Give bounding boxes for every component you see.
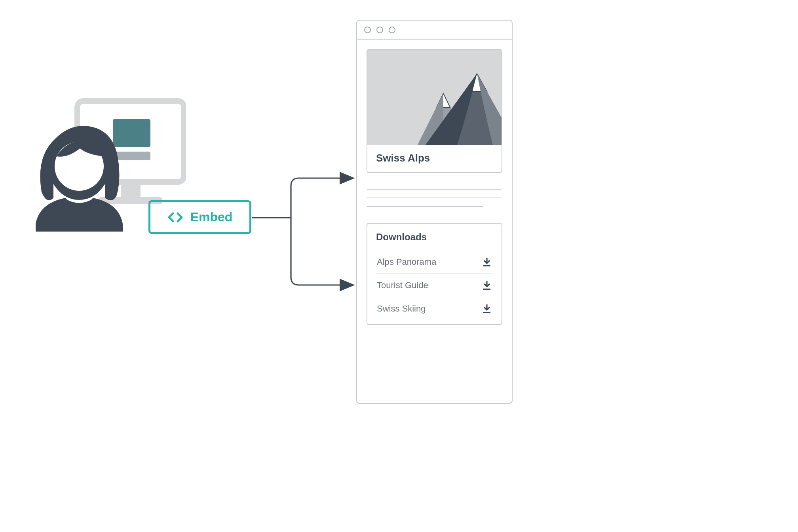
download-row[interactable]: Swiss Skiing (376, 297, 493, 320)
window-titlebar (357, 21, 512, 40)
svg-rect-3 (113, 119, 150, 147)
download-label: Swiss Skiing (377, 304, 426, 314)
svg-rect-4 (113, 152, 150, 160)
embed-label: Embed (190, 210, 233, 224)
card-title: Swiss Alps (367, 145, 502, 172)
download-row[interactable]: Tourist Guide (376, 274, 493, 297)
download-icon (482, 280, 492, 291)
diagram-stage: Embed (20, 16, 614, 412)
text-placeholder-lines (367, 189, 502, 207)
downloads-title: Downloads (376, 232, 493, 243)
embed-button[interactable]: Embed (148, 200, 251, 234)
svg-rect-15 (483, 312, 490, 313)
window-dot (364, 27, 371, 33)
card-image (367, 50, 502, 145)
download-label: Tourist Guide (377, 280, 428, 291)
text-line (367, 198, 502, 198)
svg-rect-1 (121, 182, 141, 197)
user-avatar-icon (36, 126, 123, 232)
download-label: Alps Panorama (377, 257, 436, 267)
window-dot (376, 27, 383, 33)
window-dot (389, 27, 395, 33)
download-icon (482, 304, 492, 314)
webpage-body: Swiss Alps Downloads Alps Panorama Tou (357, 40, 512, 334)
svg-rect-13 (483, 265, 490, 266)
code-icon (167, 212, 183, 223)
text-line (367, 189, 502, 190)
svg-rect-14 (483, 289, 490, 290)
download-icon (482, 257, 492, 267)
downloads-card: Downloads Alps Panorama Tourist Guide Sw… (367, 223, 502, 325)
download-row[interactable]: Alps Panorama (376, 251, 493, 274)
image-card: Swiss Alps (367, 49, 502, 173)
webpage-mockup: Swiss Alps Downloads Alps Panorama Tou (356, 20, 513, 404)
text-line (367, 206, 483, 207)
flow-connector (251, 166, 366, 305)
